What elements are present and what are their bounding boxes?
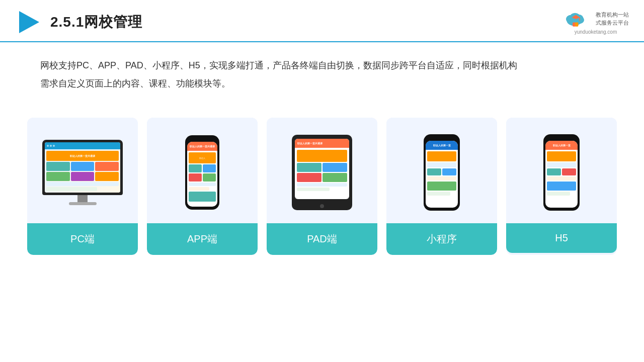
card-pc: 职达人的第一堂共通课: [27, 118, 138, 255]
svg-rect-7: [575, 22, 579, 26]
card-app: 职达人的第一堂共通课 职达人: [147, 118, 258, 255]
svg-rect-9: [579, 17, 580, 21]
card-h5: 职达人的第一堂 H5: [506, 118, 617, 255]
logo-area: 教育机构一站 式服务云平台: [562, 10, 629, 28]
yunduoketang-logo-icon: [562, 10, 592, 28]
card-pad-image: 职达人的第一堂共通课: [267, 118, 377, 223]
card-pad: 职达人的第一堂共通课: [267, 118, 377, 255]
cards-area: 职达人的第一堂共通课: [0, 103, 644, 255]
pc-monitor-icon: 职达人的第一堂共通课: [42, 140, 123, 205]
card-app-label: APP端: [147, 223, 258, 255]
svg-marker-0: [19, 11, 39, 33]
h5-phone-icon: 职达人的第一堂: [543, 134, 580, 211]
page-title: 2.5.1网校管理: [50, 13, 142, 32]
header-right: 教育机构一站 式服务云平台 yunduoketang.com: [562, 10, 629, 35]
card-miniapp-label: 小程序: [386, 223, 497, 255]
card-pc-label: PC端: [27, 223, 138, 255]
card-h5-label: H5: [506, 223, 617, 253]
header-left: 2.5.1网校管理: [15, 9, 142, 35]
description-line2: 需求自定义页面上的内容、课程、功能模块等。: [40, 74, 604, 93]
logo-domain: yunduoketang.com: [575, 29, 617, 35]
card-app-image: 职达人的第一堂共通课 职达人: [147, 118, 258, 223]
page-header: 2.5.1网校管理 教育机构一站 式服务云平台 yunduoketa: [0, 0, 644, 42]
description-line1: 网校支持PC、APP、PAD、小程序、H5，实现多端打通，产品各终端自由切换，数…: [40, 56, 604, 74]
card-pc-image: 职达人的第一堂共通课: [27, 118, 138, 223]
card-miniapp: 职达人的第一堂 小程序: [386, 118, 497, 255]
logo-tagline: 教育机构一站 式服务云平台: [596, 11, 629, 27]
card-h5-image: 职达人的第一堂: [506, 118, 617, 223]
card-pad-label: PAD端: [267, 223, 377, 255]
brand-play-icon: [15, 9, 41, 35]
miniapp-phone-icon: 职达人的第一堂: [424, 134, 460, 211]
card-miniapp-image: 职达人的第一堂: [386, 118, 497, 223]
tablet-icon: 职达人的第一堂共通课: [292, 135, 352, 210]
phone-icon: 职达人的第一堂共通课 职达人: [185, 135, 219, 210]
description-block: 网校支持PC、APP、PAD、小程序、H5，实现多端打通，产品各终端自由切换，数…: [0, 42, 644, 98]
